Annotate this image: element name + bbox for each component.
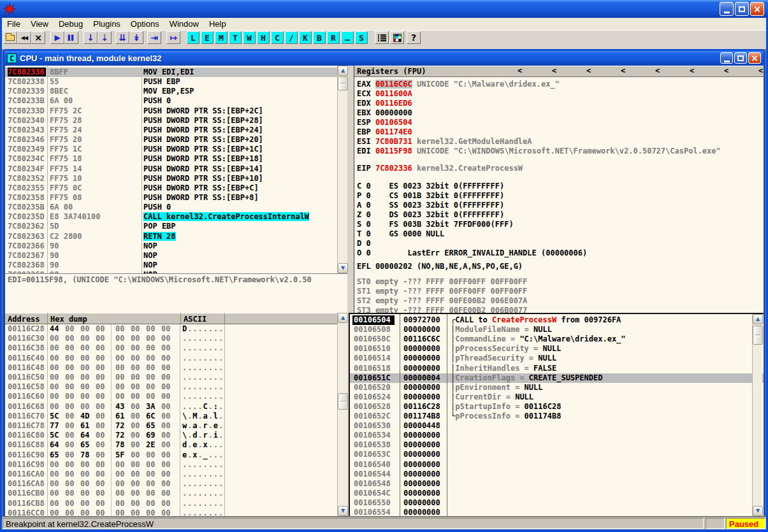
- disasm-row[interactable]: 7C802352FF75 10PUSH DWORD PTR SS:[EBP+10…: [5, 174, 347, 183]
- scroll-up-button[interactable]: ▲: [338, 66, 348, 76]
- stack-row[interactable]: 0010652400000000│CurrentDir = NULL: [350, 392, 764, 402]
- stack-row[interactable]: 0010653C00000000: [350, 450, 764, 459]
- scroll-thumb[interactable]: [338, 76, 348, 90]
- menu-item-plugins[interactable]: Plugins: [88, 18, 126, 30]
- stack-row[interactable]: 0010652800116C28│pStartupInfo = 00116C28: [350, 402, 764, 412]
- panel-button-T[interactable]: T: [229, 31, 242, 44]
- register-line[interactable]: ESP 00106504: [357, 118, 764, 127]
- stack-row[interactable]: 0010650C00116C6C│CommandLine = "C:\Malwa…: [350, 334, 764, 344]
- unfold-chevron[interactable]: <: [655, 66, 660, 75]
- menu-item-options[interactable]: Options: [126, 18, 164, 30]
- disasm-row[interactable]: 7C8023398BECMOV EBP,ESP: [5, 87, 347, 96]
- register-line[interactable]: ESI 7C80B731 kernel32.GetModuleHandleA: [357, 137, 764, 147]
- menu-item-view[interactable]: View: [25, 18, 54, 30]
- unfold-chevron[interactable]: <: [758, 66, 763, 75]
- stack-row[interactable]: 0010650800000000│ModuleFileName = NULL: [350, 325, 764, 334]
- disasm-row[interactable]: 7C80236690NOP: [5, 241, 347, 251]
- stack-row[interactable]: 0010650400972700┌CALL to CreateProcessW …: [350, 315, 764, 325]
- stack-row[interactable]: 0010651C00000004│CreationFlags = CREATE_…: [350, 373, 764, 383]
- maximize-button[interactable]: [735, 2, 749, 16]
- menu-item-window[interactable]: Window: [164, 18, 204, 30]
- disasm-row[interactable]: 7C802346FF75 20PUSH DWORD PTR SS:[EBP+20…: [5, 135, 347, 145]
- register-line[interactable]: EBX 00000000: [357, 108, 764, 118]
- disasm-row[interactable]: 7C802363C2 2800RETN 28: [5, 232, 347, 241]
- dump-row[interactable]: 00116C886400650078002E00d.e.x...: [5, 440, 347, 450]
- panel-button-H[interactable]: H: [257, 31, 270, 44]
- register-line[interactable]: ST2 empty -??? FFFF 00FE00B2 006E007A: [357, 296, 764, 306]
- register-line[interactable]: O 0 LastErr ERROR_INVALID_HANDLE (000000…: [357, 248, 764, 258]
- dump-row[interactable]: 00116C400000000000000000........: [5, 354, 347, 363]
- disassembly-pane[interactable]: 7C8023368BFFMOV EDI,EDI7C80233855PUSH EB…: [4, 66, 347, 273]
- stack-row[interactable]: 0010653800000000: [350, 440, 764, 450]
- register-line[interactable]: Z 0 DS 0023 32bit 0(FFFFFFFF): [357, 210, 764, 220]
- dump-row[interactable]: 00116C90650078005F000000e.x._...: [5, 450, 347, 460]
- menu-item-help[interactable]: Help: [204, 18, 231, 30]
- step-over-button[interactable]: ⇣: [98, 31, 112, 44]
- register-line[interactable]: EBP 001174E0: [357, 127, 764, 137]
- stack-row[interactable]: 0010655000000000: [350, 498, 764, 508]
- register-line[interactable]: A 0 SS 0023 32bit 0(FFFFFFFF): [357, 201, 764, 210]
- dump-row[interactable]: 00116C580000000000000000........: [5, 382, 347, 392]
- view-windows-button[interactable]: [375, 31, 389, 44]
- dump-row[interactable]: 00116C980000000000000000........: [5, 460, 347, 470]
- dump-scrollbar[interactable]: ▲▼: [337, 313, 347, 516]
- disasm-row[interactable]: 7C8023625DPOP EBP: [5, 222, 347, 231]
- register-line[interactable]: S 0 FS 003B 32bit 7FFDF000(FFF): [357, 220, 764, 229]
- disasm-row[interactable]: 7C802343FF75 24PUSH DWORD PTR SS:[EBP+24…: [5, 126, 347, 135]
- register-line[interactable]: D 0: [357, 239, 764, 248]
- pause-button[interactable]: ▌▌: [64, 31, 78, 44]
- disasm-row[interactable]: 7C80233855PUSH EBP: [5, 77, 347, 87]
- unfold-chevron[interactable]: <: [518, 66, 522, 75]
- stack-row[interactable]: 0010652C001174B8└pProcessInfo = 001174B8: [350, 412, 764, 421]
- stack-row[interactable]: 0010654000000000: [350, 460, 764, 470]
- panel-button-E[interactable]: E: [201, 31, 214, 44]
- disasm-row[interactable]: 7C80236790NOP: [5, 251, 347, 261]
- animate-over-button[interactable]: ↡: [129, 31, 143, 44]
- register-line[interactable]: EDX 00116ED6: [357, 99, 764, 108]
- dump-row[interactable]: 00116C787700610072006500w.a.r.e.: [5, 421, 347, 431]
- stack-row[interactable]: 0010651800000000│InheritHandles = FALSE: [350, 364, 764, 373]
- stack-scrollbar[interactable]: ▲▼: [752, 314, 762, 516]
- panel-button-K[interactable]: K: [299, 31, 312, 44]
- scroll-up-button[interactable]: ▲: [338, 313, 348, 323]
- dump-row[interactable]: 00116C284400000000000000D.......: [5, 324, 347, 334]
- disasm-row[interactable]: 7C802358FF75 08PUSH DWORD PTR SS:[EBP+8]: [5, 193, 347, 203]
- register-line[interactable]: C 0 ES 0023 32bit 0(FFFFFFFF): [357, 182, 764, 191]
- stack-row[interactable]: 0010654800000000: [350, 479, 764, 489]
- scroll-thumb[interactable]: [753, 326, 763, 345]
- dump-row[interactable]: 00116CB80000000000000000........: [5, 499, 347, 508]
- disasm-row[interactable]: 7C80234CFF75 18PUSH DWORD PTR SS:[EBP+18…: [5, 154, 347, 164]
- unfold-chevron[interactable]: <: [690, 66, 694, 75]
- panel-button-M[interactable]: M: [215, 31, 228, 44]
- dump-row[interactable]: 00116CA00000000000000000........: [5, 470, 347, 479]
- unfold-chevron[interactable]: <: [552, 66, 556, 75]
- stack-row[interactable]: 0010654400000000: [350, 470, 764, 479]
- disassembly-scrollbar[interactable]: ▲▼: [337, 66, 347, 273]
- stack-row[interactable]: 0010653400000000: [350, 431, 764, 440]
- dump-row[interactable]: 00116CA80000000000000000........: [5, 479, 347, 489]
- stack-row[interactable]: 0010651000000000│pProcessSecurity = NULL: [350, 344, 764, 354]
- disasm-row[interactable]: 7C80233DFF75 2CPUSH DWORD PTR SS:[EBP+2C…: [5, 106, 347, 116]
- disasm-row[interactable]: 7C80235DE8 3A740100CALL kernel32.CreateP…: [5, 212, 347, 222]
- register-line[interactable]: EFL 00000202 (NO,NB,NE,A,NS,PO,GE,G): [357, 262, 764, 271]
- stack-row[interactable]: 0010652000000000│pEnvironment = NULL: [350, 383, 764, 392]
- close-button[interactable]: ×: [750, 2, 764, 16]
- panel-button-dots[interactable]: …: [341, 31, 354, 44]
- disasm-row[interactable]: 7C802355FF75 0CPUSH DWORD PTR SS:[EBP+C]: [5, 183, 347, 193]
- dump-row[interactable]: 00116C380000000000000000........: [5, 343, 347, 353]
- cpu-close-button[interactable]: ×: [748, 52, 761, 64]
- stack-row[interactable]: 0010655400000000: [350, 508, 764, 516]
- disasm-row[interactable]: 7C80234FFF75 14PUSH DWORD PTR SS:[EBP+14…: [5, 164, 347, 174]
- menu-item-file[interactable]: File: [2, 18, 25, 30]
- panel-button-S[interactable]: S: [355, 31, 368, 44]
- scroll-down-button[interactable]: ▼: [753, 506, 763, 516]
- disasm-row[interactable]: 7C802340FF75 28PUSH DWORD PTR SS:[EBP+28…: [5, 116, 347, 126]
- unfold-chevron[interactable]: <: [586, 66, 591, 75]
- animate-into-button[interactable]: ⇊: [115, 31, 129, 44]
- panel-button-C[interactable]: C: [271, 31, 284, 44]
- dump-row[interactable]: 00116C805C00640072006900\.d.r.i.: [5, 431, 347, 440]
- panel-button-W[interactable]: W: [243, 31, 256, 44]
- register-line[interactable]: EDI 00115F98 UNICODE "C:\WINDOWS\Microso…: [357, 147, 764, 156]
- register-line[interactable]: T 0 GS 0000 NULL: [357, 229, 764, 239]
- register-line[interactable]: P 0 CS 001B 32bit 0(FFFFFFFF): [357, 191, 764, 201]
